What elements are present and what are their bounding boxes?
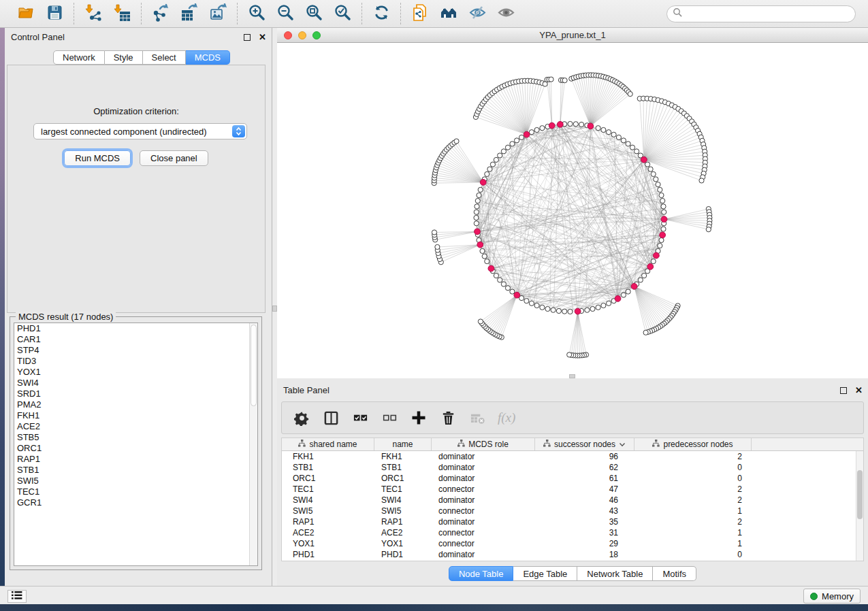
mcds-hub-node[interactable] <box>488 265 494 271</box>
graph-node[interactable] <box>651 259 656 264</box>
mcds-result-item[interactable]: STB1 <box>14 465 257 476</box>
graph-node[interactable] <box>510 289 515 294</box>
hide-graphics-button[interactable] <box>465 2 489 25</box>
mcds-result-item[interactable]: ACE2 <box>14 421 257 432</box>
float-panel-icon[interactable] <box>244 34 251 41</box>
graph-node[interactable] <box>658 187 662 192</box>
vertical-splitter[interactable] <box>272 28 277 586</box>
mcds-hub-node[interactable] <box>588 123 594 129</box>
mcds-hub-node[interactable] <box>524 131 530 137</box>
graph-node[interactable] <box>478 187 483 192</box>
graph-node[interactable] <box>567 352 572 357</box>
graph-node[interactable] <box>475 204 479 209</box>
graph-node[interactable] <box>596 126 600 131</box>
table-row[interactable]: SWI5SWI5connector431 <box>282 506 863 516</box>
graph-node[interactable] <box>505 286 510 291</box>
graph-node[interactable] <box>534 127 539 132</box>
graph-node[interactable] <box>568 121 573 126</box>
mcds-result-item[interactable]: ORC1 <box>14 443 257 454</box>
close-panel-icon[interactable]: ✕ <box>855 387 863 394</box>
graph-node[interactable] <box>529 301 534 306</box>
graph-node[interactable] <box>475 199 480 203</box>
mcds-result-item[interactable]: PMA2 <box>14 399 257 410</box>
graph-node[interactable] <box>590 306 595 311</box>
window-close-icon[interactable] <box>284 31 292 39</box>
tab-network-table[interactable]: Network Table <box>577 566 653 581</box>
graph-node[interactable] <box>551 308 556 312</box>
add-column-icon[interactable] <box>410 409 428 427</box>
graph-node[interactable] <box>638 278 643 282</box>
graph-node[interactable] <box>524 299 529 303</box>
run-mcds-button[interactable]: Run MCDS <box>64 150 131 166</box>
delete-table-icon[interactable] <box>468 409 486 427</box>
close-panel-button[interactable]: Close panel <box>140 150 208 166</box>
graph-node[interactable] <box>534 303 539 308</box>
table-row[interactable]: RAP1RAP1dominator352 <box>282 516 863 527</box>
criterion-select[interactable]: largest connected component (undirected) <box>33 123 247 139</box>
graph-node[interactable] <box>662 210 666 214</box>
column-header-name[interactable]: name <box>374 438 432 450</box>
splitter-handle[interactable] <box>569 374 575 378</box>
column-header-shared-name[interactable]: shared name <box>282 438 374 450</box>
refresh-layout-button[interactable] <box>369 2 393 25</box>
graph-node[interactable] <box>505 145 510 150</box>
save-session-button[interactable] <box>42 2 67 25</box>
close-panel-icon[interactable]: ✕ <box>259 34 266 41</box>
graph-node[interactable] <box>626 142 630 146</box>
graph-node[interactable] <box>485 171 489 176</box>
graph-node[interactable] <box>643 330 648 335</box>
graph-node[interactable] <box>616 135 621 139</box>
graph-node[interactable] <box>519 135 524 139</box>
graph-node[interactable] <box>540 126 545 131</box>
column-header-MCDS-role[interactable]: MCDS role <box>432 438 535 450</box>
graph-node[interactable] <box>634 149 639 154</box>
mcds-result-item[interactable]: SWI4 <box>14 378 257 389</box>
mcds-hub-node[interactable] <box>557 121 563 127</box>
graph-node[interactable] <box>474 210 479 214</box>
mcds-result-item[interactable]: CAR1 <box>14 334 257 345</box>
graph-node[interactable] <box>487 167 492 171</box>
table-row[interactable]: ORC1ORC1dominator610 <box>282 473 863 484</box>
mcds-hub-node[interactable] <box>475 229 481 235</box>
graph-node[interactable] <box>642 274 647 278</box>
scrollbar-thumb[interactable] <box>857 470 863 519</box>
export-table-button[interactable] <box>177 2 202 25</box>
graph-node[interactable] <box>611 132 616 137</box>
splitter-handle[interactable] <box>272 306 277 312</box>
zoom-in-button[interactable] <box>244 2 269 25</box>
column-header-successor-nodes[interactable]: successor nodes <box>535 438 634 450</box>
zoom-fit-button[interactable] <box>302 2 326 25</box>
graph-node[interactable] <box>494 274 498 278</box>
mcds-result-list[interactable]: PHD1CAR1STP4TID3YOX1SWI4SRD1PMA2FKH1ACE2… <box>14 323 258 566</box>
mcds-hub-node[interactable] <box>549 122 555 129</box>
mcds-result-item[interactable]: SWI5 <box>14 476 257 486</box>
graph-node[interactable] <box>494 157 498 162</box>
mcds-hub-node[interactable] <box>631 284 637 290</box>
graph-node[interactable] <box>579 122 584 127</box>
split-columns-icon[interactable] <box>322 409 340 427</box>
window-zoom-icon[interactable] <box>312 31 321 39</box>
graph-node[interactable] <box>661 227 666 231</box>
tab-edge-table[interactable]: Edge Table <box>513 566 577 581</box>
graph-node[interactable] <box>621 138 626 143</box>
graph-node[interactable] <box>454 139 459 144</box>
graph-node[interactable] <box>474 221 479 226</box>
graph-node[interactable] <box>659 193 664 197</box>
graph-node[interactable] <box>562 78 567 83</box>
graph-node[interactable] <box>573 122 578 127</box>
graph-node[interactable] <box>478 319 483 324</box>
column-header-predecessor-nodes[interactable]: predecessor nodes <box>634 438 752 450</box>
open-file-button[interactable] <box>14 2 38 25</box>
import-network-button[interactable] <box>81 2 106 25</box>
tab-style[interactable]: Style <box>105 50 143 65</box>
graph-node[interactable] <box>432 230 436 235</box>
network-window-titlebar[interactable]: YPA_prune.txt_1 <box>277 28 868 43</box>
graph-node[interactable] <box>596 305 600 310</box>
mcds-list-scrollbar[interactable] <box>249 323 257 565</box>
export-network-button[interactable] <box>148 2 173 25</box>
graph-node[interactable] <box>630 145 634 150</box>
graph-node[interactable] <box>498 278 502 282</box>
graph-node[interactable] <box>480 248 485 253</box>
graph-node[interactable] <box>490 162 495 167</box>
graph-node[interactable] <box>628 92 632 97</box>
